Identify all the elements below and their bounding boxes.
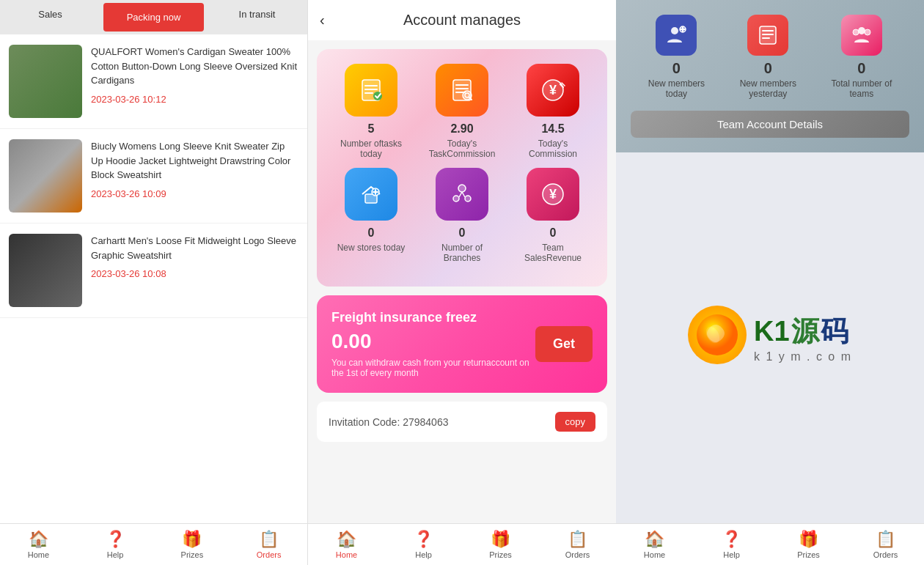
product-title-3: Carhartt Men's Loose Fit Midweight Logo … (91, 234, 298, 262)
mid-nav-orders[interactable]: 📋 Orders (539, 524, 616, 565)
product-item-2[interactable]: Biucly Womens Long Sleeve Knit Sweater Z… (0, 129, 307, 224)
left-nav-orders-label: Orders (257, 550, 282, 559)
svg-point-34 (853, 29, 859, 35)
mid-panel: ‹ Account manages (308, 0, 616, 565)
logo-k1: K1 (754, 316, 790, 347)
mid-prizes-icon: 🎁 (491, 530, 510, 549)
svg-line-22 (462, 192, 465, 197)
product-date-2: 2023-03-26 10:09 (91, 188, 298, 199)
orders-icon: 📋 (259, 530, 279, 549)
today-commission-label: Today's Commission (513, 139, 593, 159)
mid-nav-prizes-label: Prizes (489, 550, 512, 559)
mid-nav-orders-label: Orders (565, 550, 590, 559)
mid-nav-home[interactable]: 🏠 Home (308, 524, 385, 565)
right-nav-orders[interactable]: 📋 Orders (847, 524, 924, 565)
branches-label: Number of Branches (422, 243, 502, 263)
right-home-icon: 🏠 (645, 530, 664, 549)
mid-nav-prizes[interactable]: 🎁 Prizes (462, 524, 539, 565)
right-orders-icon: 📋 (876, 530, 895, 549)
left-nav-help-label: Help (107, 550, 124, 559)
svg-point-4 (373, 92, 382, 100)
right-nav-help-label: Help (723, 550, 740, 559)
product-info-1: QUALFORT Women's Cardigan Sweater 100% C… (91, 45, 298, 105)
product-image-3 (9, 234, 82, 307)
new-stores-label: New stores today (337, 243, 406, 253)
sales-revenue-icon: ¥ (527, 168, 579, 221)
freight-desc: You can withdraw cash from your returnac… (331, 358, 535, 378)
right-nav-home-label: Home (644, 550, 665, 559)
total-teams-label: Total number ofteams (832, 78, 892, 99)
new-stores-value: 0 (368, 226, 375, 240)
new-members-yesterday-icon (747, 15, 788, 56)
svg-point-33 (858, 27, 865, 34)
mid-nav-help-label: Help (415, 550, 432, 559)
back-button[interactable]: ‹ (320, 12, 325, 29)
stat-commission: 2.90 Today's TaskCommission (422, 64, 502, 159)
left-nav-home[interactable]: 🏠 Home (0, 524, 77, 565)
right-bottom: K1 源 码 k 1 y m . c o m (616, 152, 924, 523)
get-button[interactable]: Get (535, 326, 593, 362)
freight-amount: 0.00 (331, 330, 535, 353)
product-title-1: QUALFORT Women's Cardigan Sweater 100% C… (91, 45, 298, 88)
product-date-1: 2023-03-26 10:12 (91, 94, 298, 105)
today-commission-value: 14.5 (541, 122, 564, 136)
tab-packing[interactable]: Packing now (103, 3, 204, 32)
total-teams: 0 Total number ofteams (832, 15, 892, 99)
freight-info: Freight insurance freez 0.00 You can wit… (331, 310, 535, 378)
left-nav-prizes-label: Prizes (181, 550, 204, 559)
left-nav-orders[interactable]: 📋 Orders (230, 524, 307, 565)
logo-area: K1 源 码 k 1 y m . c o m (688, 306, 852, 370)
team-details-button[interactable]: Team Account Details (631, 111, 909, 138)
today-commission-icon: ¥ (527, 64, 579, 117)
right-nav-help[interactable]: ❓ Help (693, 524, 770, 565)
commission-icon (436, 64, 488, 117)
left-nav-home-label: Home (28, 550, 49, 559)
invitation-code: Invitation Code: 27984063 (329, 416, 448, 428)
svg-point-35 (865, 29, 870, 35)
stats-row-2: 0 New stores today 0 Number o (331, 168, 593, 263)
freight-card: Freight insurance freez 0.00 You can wit… (317, 295, 607, 393)
tasks-label: Number oftasks today (331, 139, 411, 159)
product-item-3[interactable]: Carhartt Men's Loose Fit Midweight Logo … (0, 224, 307, 318)
left-nav-help[interactable]: ❓ Help (77, 524, 154, 565)
product-item-1[interactable]: QUALFORT Women's Cardigan Sweater 100% C… (0, 34, 307, 129)
product-list: QUALFORT Women's Cardigan Sweater 100% C… (0, 34, 307, 523)
copy-button[interactable]: copy (555, 412, 595, 432)
right-help-icon: ❓ (722, 530, 741, 549)
logo-yuan: 源 (791, 313, 819, 350)
help-icon: ❓ (106, 530, 125, 549)
stat-new-stores: 0 New stores today (331, 168, 411, 263)
new-members-today-count: 0 (672, 60, 681, 77)
product-image-1 (9, 45, 82, 118)
right-nav-prizes[interactable]: 🎁 Prizes (770, 524, 847, 565)
members-grid: 0 New memberstoday 0 New membersyesterda… (631, 15, 909, 99)
right-panel: 0 New memberstoday 0 New membersyesterda… (616, 0, 924, 565)
product-title-2: Biucly Womens Long Sleeve Knit Sweater Z… (91, 139, 298, 182)
task-commission-label: Today's TaskCommission (422, 139, 502, 159)
tab-transit[interactable]: In transit (207, 0, 307, 34)
mid-home-icon: 🏠 (337, 530, 356, 549)
tab-bar: Sales Packing now In transit (0, 0, 307, 34)
right-top: 0 New memberstoday 0 New membersyesterda… (616, 0, 924, 152)
logo-text-area: K1 源 码 k 1 y m . c o m (754, 313, 852, 363)
prizes-icon: 🎁 (182, 530, 202, 549)
sales-revenue-value: 0 (550, 226, 557, 240)
right-nav-home[interactable]: 🏠 Home (616, 524, 693, 565)
svg-point-18 (458, 185, 466, 192)
total-teams-count: 0 (857, 60, 865, 77)
tab-sales[interactable]: Sales (0, 0, 100, 34)
task-commission-value: 2.90 (450, 122, 473, 136)
right-nav-prizes-label: Prizes (797, 550, 820, 559)
product-info-3: Carhartt Men's Loose Fit Midweight Logo … (91, 234, 298, 279)
left-nav-prizes[interactable]: 🎁 Prizes (154, 524, 231, 565)
left-bottom-nav: 🏠 Home ❓ Help 🎁 Prizes 📋 Orders (0, 523, 307, 565)
mid-content: 5 Number oftasks today (308, 40, 616, 523)
mid-nav-help[interactable]: ❓ Help (385, 524, 462, 565)
new-members-yesterday-label: New membersyesterday (740, 78, 796, 99)
svg-point-25 (671, 27, 678, 34)
mid-nav-home-label: Home (336, 550, 357, 559)
new-members-today: 0 New memberstoday (648, 15, 705, 99)
logo-ma: 码 (821, 313, 848, 350)
mid-orders-icon: 📋 (568, 530, 587, 549)
mid-help-icon: ❓ (414, 530, 433, 549)
